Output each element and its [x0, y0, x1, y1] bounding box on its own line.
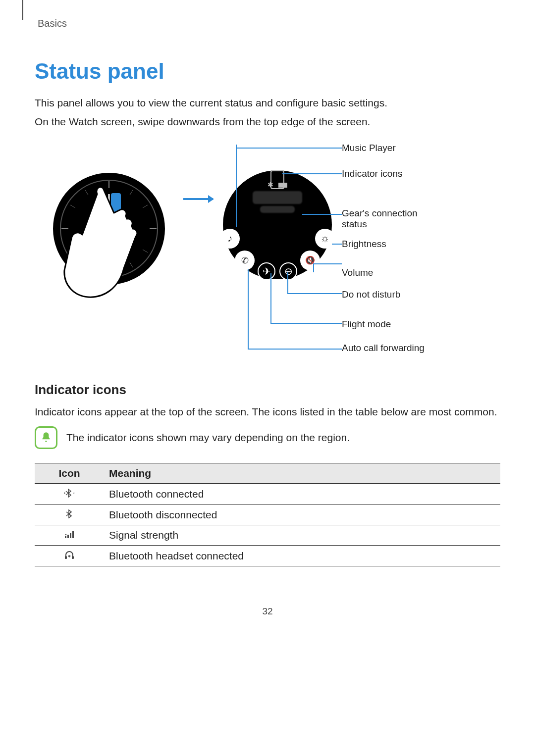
callout-flight-mode: Flight mode — [342, 319, 441, 330]
table-head-meaning: Meaning — [104, 463, 500, 484]
bluetooth-indicator-icon: ✱ — [268, 181, 273, 189]
bluetooth-headset-icon: ✱ — [64, 550, 75, 560]
volume-button[interactable]: 🔇 — [300, 251, 320, 270]
indicator-icons-intro: Indicator icons appear at the top of the… — [35, 404, 500, 419]
table-row: Bluetooth disconnected — [35, 504, 500, 525]
svg-marker-21 — [73, 492, 74, 494]
callout-indicator-icons: Indicator icons — [342, 168, 441, 179]
table-row: Signal strength — [35, 525, 500, 546]
page-title: Status panel — [35, 59, 500, 84]
svg-rect-27 — [65, 556, 67, 559]
callout-dnd: Do not disturb — [342, 289, 441, 300]
table-row: ✱ Bluetooth headset connected — [35, 546, 500, 566]
svg-point-26 — [65, 534, 67, 536]
svg-rect-23 — [67, 535, 69, 538]
note-block: The indicator icons shown may vary depen… — [35, 426, 500, 449]
arrow-right-icon — [183, 198, 213, 200]
bluetooth-connected-icon — [64, 488, 75, 499]
indicator-icons-table: Icon Meaning Bluetooth connected Bluetoo… — [35, 463, 500, 566]
svg-rect-28 — [72, 556, 74, 559]
indicator-icons-heading: Indicator icons — [35, 382, 500, 398]
flight-mode-button[interactable]: ✈ — [258, 262, 275, 280]
connection-status-text — [253, 191, 302, 204]
callout-connection-status: Gear's connection status — [342, 208, 441, 230]
table-cell-meaning: Bluetooth disconnected — [104, 504, 500, 525]
intro-paragraph-2: On the Watch screen, swipe downwards fro… — [35, 114, 500, 129]
table-cell-meaning: Bluetooth connected — [104, 484, 500, 504]
bluetooth-disconnected-icon — [64, 508, 75, 519]
table-head-icon: Icon — [35, 463, 104, 484]
svg-marker-20 — [64, 492, 65, 494]
note-bell-icon — [35, 426, 57, 449]
battery-indicator-icon — [278, 183, 287, 188]
music-button[interactable]: ♪ — [220, 229, 240, 249]
svg-rect-22 — [65, 536, 66, 538]
status-panel-face: ✱ ♪ ☼ ✆ 🔇 ✈ ⊖ — [223, 170, 332, 279]
brightness-button[interactable]: ☼ — [315, 229, 335, 249]
svg-text:✱: ✱ — [68, 554, 71, 558]
table-cell-meaning: Bluetooth headset connected — [104, 546, 500, 566]
note-text: The indicator icons shown may vary depen… — [66, 430, 350, 445]
callout-volume: Volume — [342, 267, 441, 278]
call-forwarding-button[interactable]: ✆ — [235, 251, 255, 270]
signal-strength-icon — [64, 529, 75, 540]
table-row: Bluetooth connected — [35, 484, 500, 504]
status-panel-diagram: ✱ ♪ ☼ ✆ 🔇 ✈ ⊖ — [35, 145, 500, 362]
intro-paragraph-1: This panel allows you to view the curren… — [35, 96, 500, 110]
table-cell-meaning: Signal strength — [104, 525, 500, 546]
callout-call-forwarding: Auto call forwarding — [342, 343, 441, 353]
watch-face-swipe-illustration — [50, 164, 178, 313]
callout-music-player: Music Player — [342, 143, 441, 153]
do-not-disturb-button[interactable]: ⊖ — [279, 262, 297, 280]
svg-rect-25 — [72, 531, 74, 538]
callout-brightness: Brightness — [342, 239, 441, 250]
page-number: 32 — [35, 606, 500, 617]
svg-rect-24 — [70, 533, 71, 538]
breadcrumb: Basics — [35, 0, 500, 29]
connection-status-subtext — [260, 206, 295, 213]
